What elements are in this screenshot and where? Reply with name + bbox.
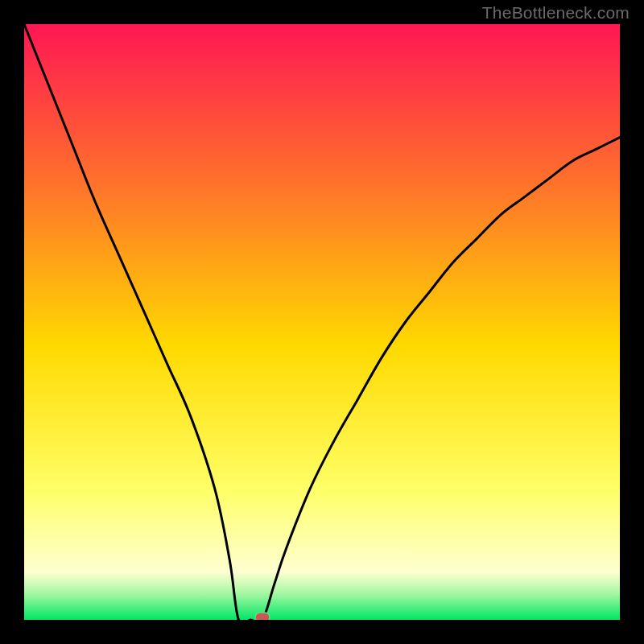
gradient-background [24, 24, 620, 620]
plot-svg [24, 24, 620, 620]
watermark-text: TheBottleneck.com [482, 3, 630, 23]
plot-area [24, 24, 620, 620]
optimal-marker [255, 613, 270, 620]
chart-frame: TheBottleneck.com [0, 0, 644, 644]
